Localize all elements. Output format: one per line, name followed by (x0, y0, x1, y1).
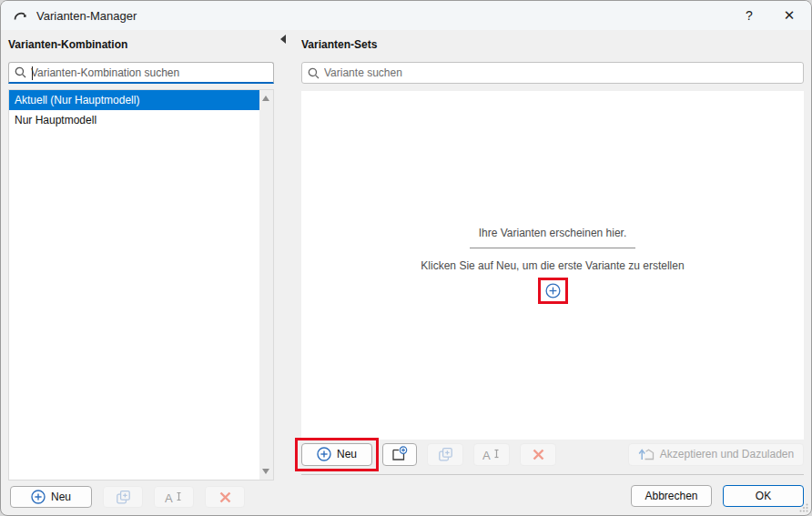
window-title: Varianten-Manager (36, 9, 137, 23)
scroll-up-icon[interactable] (262, 96, 269, 101)
duplicate-combination-button[interactable] (103, 486, 143, 508)
svg-text:A: A (165, 491, 173, 504)
search-icon (15, 66, 26, 78)
upload-house-icon (638, 447, 655, 461)
combination-list: Aktuell (Nur Hauptmodell) Nur Hauptmodel… (8, 89, 274, 481)
ok-button[interactable]: OK (723, 485, 804, 507)
duplicate-icon (438, 447, 453, 462)
rename-icon: A (482, 448, 501, 461)
new-button-label: Neu (337, 448, 357, 460)
delete-combination-button[interactable] (205, 486, 245, 508)
rename-variant-button[interactable]: A (473, 443, 510, 466)
variant-toolbar: Neu (301, 442, 804, 466)
scrollbar[interactable] (259, 90, 273, 480)
new-variant-set-button[interactable] (382, 443, 417, 466)
resize-grip[interactable] (799, 503, 808, 512)
duplicate-variant-button[interactable] (427, 443, 463, 466)
new-variant-button-wrap: Neu (301, 443, 372, 466)
accept-and-load-button[interactable]: Akzeptieren und Dazuladen (628, 443, 804, 466)
combination-search-input[interactable] (31, 66, 268, 79)
list-item[interactable]: Aktuell (Nur Hauptmodell) (9, 90, 259, 110)
circled-plus-icon (31, 490, 46, 504)
new-combination-button[interactable]: Neu (10, 486, 92, 508)
new-variant-annotation (538, 278, 568, 304)
variant-list-empty: Ihre Varianten erscheinen hier. Klicken … (301, 91, 804, 440)
combination-search-box[interactable] (8, 62, 274, 84)
circled-plus-icon (317, 447, 331, 461)
variant-sets-panel: Varianten-Sets Ihre Varianten erscheinen… (301, 30, 811, 516)
close-button[interactable]: ✕ (769, 1, 809, 30)
arc-icon (13, 8, 28, 24)
dialog-footer: Abbrechen OK (301, 485, 804, 507)
panel-splitter[interactable] (274, 30, 301, 516)
list-item[interactable]: Nur Hauptmodell (9, 110, 259, 130)
help-button[interactable]: ? (729, 1, 769, 30)
varianten-manager-dialog: Varianten-Manager ? ✕ Varianten-Kombinat… (0, 0, 812, 516)
combination-toolbar: Neu A (8, 486, 274, 508)
accept-button-label: Akzeptieren und Dazuladen (660, 448, 794, 460)
footer-separator (301, 474, 804, 475)
dialog-body: Varianten-Kombination Aktuell (Nur Haupt… (1, 30, 811, 516)
delete-x-icon (532, 448, 545, 461)
duplicate-icon (116, 490, 131, 505)
delete-x-icon (218, 491, 232, 504)
empty-state-hint: Klicken Sie auf Neu, um die erste Varian… (421, 259, 684, 272)
empty-state-heading: Ihre Varianten erscheinen hier. (470, 227, 636, 248)
new-folder-icon (391, 446, 409, 462)
left-panel-title: Varianten-Kombination (8, 38, 274, 51)
cancel-button[interactable]: Abbrechen (631, 485, 712, 507)
rename-combination-button[interactable]: A (154, 486, 194, 508)
text-caret (32, 66, 33, 80)
variant-combination-panel: Varianten-Kombination Aktuell (Nur Haupt… (1, 30, 274, 516)
new-button-label: Neu (51, 491, 71, 503)
scroll-down-icon[interactable] (262, 469, 269, 474)
new-variant-plus-icon[interactable] (545, 283, 561, 298)
variant-search-box[interactable] (301, 62, 804, 84)
combination-list-items: Aktuell (Nur Hauptmodell) Nur Hauptmodel… (9, 90, 259, 130)
variant-search-input[interactable] (324, 66, 797, 79)
search-icon (308, 67, 320, 79)
right-panel-title: Varianten-Sets (301, 38, 804, 51)
collapse-panel-icon[interactable] (280, 35, 286, 44)
delete-variant-button[interactable] (520, 443, 556, 466)
new-variant-button[interactable]: Neu (301, 443, 372, 466)
svg-text:A: A (482, 448, 491, 461)
title-bar: Varianten-Manager ? ✕ (1, 1, 811, 30)
rename-icon: A (165, 491, 183, 504)
